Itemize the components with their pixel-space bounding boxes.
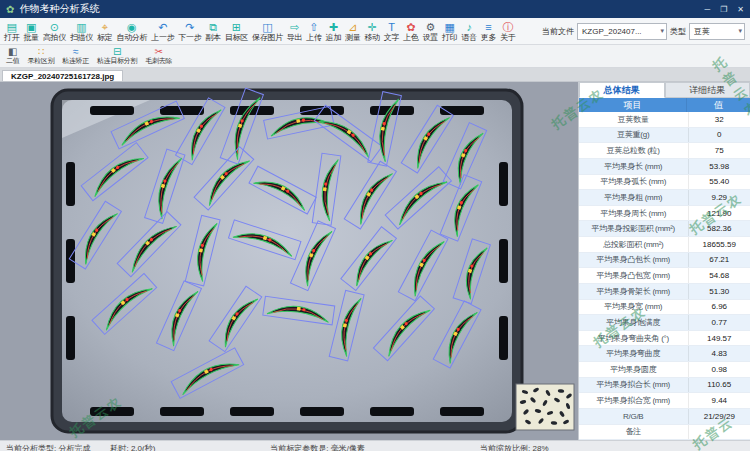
result-item-value: 21/29/29	[689, 409, 750, 424]
toolbar-text-button[interactable]: T文字	[382, 21, 401, 42]
tab-overall-results[interactable]: 总体结果	[579, 82, 665, 98]
toolbar-adhesion-split-button[interactable]: ⊟粘连目标分割	[95, 47, 139, 65]
result-row: 平均果身投影面积 (mm²)582.36	[579, 221, 750, 237]
result-item-value: 51.30	[689, 284, 750, 299]
result-item-value: 9.44	[689, 393, 750, 408]
toolbar-scanner-button[interactable]: ▥扫描仪	[68, 21, 95, 42]
toolbar-doc-camera-button[interactable]: ⊙高拍仪	[41, 21, 68, 42]
adhesion-correct-label: 粘连矫正	[62, 57, 89, 65]
result-row: 豆荚重(g)0	[579, 128, 750, 144]
minimize-button[interactable]: ─	[704, 5, 710, 14]
toolbar-copy-button[interactable]: ⧉副本	[203, 21, 222, 42]
result-row: 平均果身凸包宽 (mm)54.68	[579, 268, 750, 284]
settings-label: 设置	[423, 33, 438, 42]
close-button[interactable]: ✕	[737, 5, 744, 14]
copy-label: 副本	[205, 33, 220, 42]
auto-analyze-label: 自动分析	[116, 33, 147, 42]
tab-detailed-results[interactable]: 详细结果	[665, 82, 750, 98]
current-file-select[interactable]: KZGP_202407... ▾	[577, 23, 667, 40]
toolbar-prev-step-button[interactable]: ↶上一步	[149, 21, 176, 42]
print-icon: ▦	[445, 21, 455, 33]
calibrate-icon: ⌖	[102, 21, 108, 33]
current-file-label: 当前文件	[542, 26, 574, 37]
chevron-down-icon: ▾	[738, 27, 742, 35]
toolbar-save-image-button[interactable]: ◫保存图片	[250, 21, 285, 42]
current-file-value: KZGP_202407...	[582, 27, 658, 36]
result-row: 平均果身长 (mm)53.98	[579, 159, 750, 175]
result-item-label: 平均果身弧长 (mm)	[579, 175, 689, 190]
prev-step-label: 上一步	[151, 33, 174, 42]
grain-distinguish-icon: ∷	[38, 47, 44, 57]
about-icon: ⓘ	[502, 21, 513, 33]
maximize-button[interactable]: ❐	[720, 5, 727, 14]
binary-preview-inset[interactable]	[516, 384, 574, 430]
window-title: 作物考种分析系统	[19, 2, 99, 16]
toolbar-append-button[interactable]: ✚追加	[324, 21, 343, 42]
prev-step-icon: ↶	[158, 21, 167, 33]
specimen-photo	[0, 82, 578, 440]
toolbar-binarize-button[interactable]: ◧二值	[4, 47, 21, 65]
toolbar-auto-analyze-button[interactable]: ◉自动分析	[114, 21, 149, 42]
result-item-label: 平均果身骨架长 (mm)	[579, 284, 689, 299]
header-item: 项目	[579, 98, 687, 112]
result-item-value: 110.65	[689, 378, 750, 393]
auto-analyze-icon: ◉	[127, 21, 137, 33]
toolbar-grain-distinguish-button[interactable]: ∷果粒区别	[25, 47, 56, 65]
adhesion-correct-icon: ≈	[73, 47, 79, 57]
result-row: 平均果身周长 (mm)121.90	[579, 206, 750, 222]
voice-label: 语音	[461, 33, 476, 42]
more-label: 更多	[481, 33, 496, 42]
result-item-label: 平均果身凸包长 (mm)	[579, 253, 689, 268]
toolbar-adhesion-correct-button[interactable]: ≈粘连矫正	[60, 47, 91, 65]
open-icon: ▤	[7, 21, 17, 33]
image-viewer[interactable]	[0, 82, 578, 440]
result-item-label: 平均果身粗 (mm)	[579, 190, 689, 205]
calibrate-label: 标定	[97, 33, 112, 42]
toolbar-move-button[interactable]: ✛移动	[362, 21, 381, 42]
settings-icon: ⚙	[425, 21, 435, 33]
toolbar-burr-remove-button[interactable]: ✂毛刺去除	[143, 47, 174, 65]
toolbar-target-area-button[interactable]: ⊞目标区	[223, 21, 250, 42]
toolbar-next-step-button[interactable]: ↷下一步	[176, 21, 203, 42]
batch-icon: ▣	[26, 21, 36, 33]
text-icon: T	[388, 21, 395, 33]
result-row: 平均果身宽 (mm)6.96	[579, 300, 750, 316]
toolbar-measure-button[interactable]: ⊿测量	[343, 21, 362, 42]
type-select[interactable]: 豆荚 ▾	[689, 23, 745, 40]
results-panel: 总体结果 详细结果 项目 值 豆荚数量32豆荚重(g)0豆荚总粒数 (粒)75平…	[578, 82, 750, 440]
result-row: 平均果身拟合长 (mm)110.65	[579, 378, 750, 394]
toolbar-open-button[interactable]: ▤打开	[2, 21, 21, 42]
result-row: 总投影面积 (mm²)18655.59	[579, 237, 750, 253]
grain-distinguish-label: 果粒区别	[27, 57, 54, 65]
result-row: 平均果身骨架长 (mm)51.30	[579, 284, 750, 300]
toolbar-main: ▤打开▣批量⊙高拍仪▥扫描仪⌖标定◉自动分析↶上一步↷下一步⧉副本⊞目标区◫保存…	[0, 18, 750, 45]
append-icon: ✚	[329, 21, 338, 33]
export-icon: ⇨	[290, 21, 299, 33]
result-item-label: 平均果身拟合长 (mm)	[579, 378, 689, 393]
toolbar-batch-button[interactable]: ▣批量	[21, 21, 40, 42]
toolbar-about-button[interactable]: ⓘ关于	[498, 21, 517, 42]
result-item-value: 32	[689, 112, 750, 127]
toolbar-calibrate-button[interactable]: ⌖标定	[95, 21, 114, 42]
binarize-icon: ◧	[8, 47, 17, 57]
result-row: 备注	[579, 425, 750, 441]
result-item-label: 平均果身拟合宽 (mm)	[579, 393, 689, 408]
upload-label: 上传	[306, 33, 321, 42]
toolbar-print-button[interactable]: ▦打印	[440, 21, 459, 42]
toolbar-settings-button[interactable]: ⚙设置	[421, 21, 440, 42]
result-item-label: 平均果身宽 (mm)	[579, 300, 689, 315]
status-elapsed: 耗时: 2.0(秒)	[110, 443, 155, 451]
result-row: 平均果身圆度0.98	[579, 362, 750, 378]
toolbar-voice-button[interactable]: ♪语音	[459, 21, 478, 42]
toolbar-export-button[interactable]: ⇨导出	[285, 21, 304, 42]
toolbar-colorize-button[interactable]: ✿上色	[401, 21, 420, 42]
result-item-value: 53.98	[689, 159, 750, 174]
result-item-label: 豆荚数量	[579, 112, 689, 127]
result-item-value: 0.77	[689, 315, 750, 330]
toolbar-more-button[interactable]: ≡更多	[479, 21, 498, 42]
toolbar-upload-button[interactable]: ⇧上传	[304, 21, 323, 42]
tab-bar: KZGP_20240725161728.jpg	[0, 68, 750, 82]
image-tab[interactable]: KZGP_20240725161728.jpg	[2, 70, 123, 81]
status-analysis-type: 当前分析类型: 分析完成	[6, 443, 90, 451]
result-item-label: 豆荚重(g)	[579, 128, 689, 143]
